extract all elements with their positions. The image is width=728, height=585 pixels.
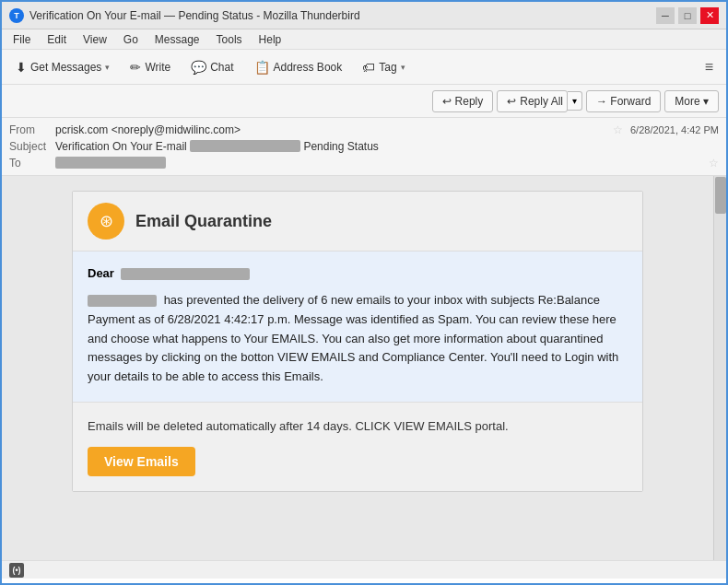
menu-message[interactable]: Message (147, 31, 207, 48)
footer-text: Emails will be deleted automatically aft… (88, 417, 628, 436)
sender-name-blurred (88, 295, 157, 307)
email-card: ⊛ Email Quarantine Dear has prevented th… (72, 191, 643, 492)
tag-arrow: ▾ (401, 63, 405, 72)
address-book-label: Address Book (274, 61, 343, 74)
minimize-button[interactable]: ─ (656, 7, 675, 24)
reply-label: Reply (455, 95, 484, 108)
reply-all-button[interactable]: ↩ Reply All (497, 90, 568, 112)
from-value: pcrisk.com <noreply@midwilinc.com> (55, 123, 609, 136)
from-row: From pcrisk.com <noreply@midwilinc.com> … (9, 122, 719, 138)
subject-status: Pending Status (303, 140, 378, 153)
more-button[interactable]: More ▾ (664, 90, 719, 112)
action-bar: ↩ Reply ↩ Reply All ▾ → Forward More ▾ (2, 85, 726, 118)
reply-all-icon: ↩ (507, 95, 516, 108)
menu-tools[interactable]: Tools (209, 31, 250, 48)
view-emails-button[interactable]: View Emails (88, 447, 195, 476)
forward-label: → Forward (596, 95, 651, 108)
chat-icon: 💬 (191, 60, 206, 75)
tag-label: Tag (379, 61, 396, 74)
subject-row: Subject Verification On Your E-mail Pend… (9, 138, 719, 155)
maximize-button[interactable]: □ (678, 7, 697, 24)
to-row: To ☆ (9, 155, 719, 171)
email-body: ⊛ Email Quarantine Dear has prevented th… (2, 176, 713, 560)
forward-button[interactable]: → Forward (586, 90, 661, 112)
subject-value: Verification On Your E-mail Pending Stat… (55, 140, 719, 153)
tag-icon: 🏷 (362, 60, 375, 75)
write-button[interactable]: ✏ Write (122, 55, 179, 79)
chat-button[interactable]: 💬 Chat (182, 55, 241, 79)
dear-label: Dear (88, 266, 114, 280)
subject-blurred (190, 140, 300, 152)
close-button[interactable]: ✕ (700, 7, 719, 24)
title-bar: T Verification On Your E-mail — Pending … (2, 2, 726, 29)
from-label: From (9, 123, 55, 136)
get-messages-button[interactable]: ⬇ Get Messages ▾ (7, 55, 118, 79)
menu-view[interactable]: View (76, 31, 114, 48)
menu-file[interactable]: File (6, 31, 38, 48)
from-star-icon[interactable]: ☆ (613, 123, 623, 136)
scrollbar[interactable] (713, 176, 726, 560)
scroll-thumb[interactable] (715, 177, 726, 214)
email-card-title: Email Quarantine (135, 212, 272, 231)
menu-go[interactable]: Go (116, 31, 146, 48)
to-value (55, 157, 705, 170)
reply-icon: ↩ (442, 95, 452, 108)
email-header: From pcrisk.com <noreply@midwilinc.com> … (2, 118, 726, 176)
to-label: To (9, 157, 55, 170)
main-toolbar: ⬇ Get Messages ▾ ✏ Write 💬 Chat 📋 Addres… (2, 50, 726, 85)
hamburger-menu[interactable]: ≡ (698, 55, 721, 79)
subject-label: Subject (9, 140, 55, 153)
email-card-body: Dear has prevented the delivery of 6 new… (73, 252, 642, 402)
get-messages-arrow: ▾ (105, 63, 110, 72)
quarantine-symbol: ⊛ (100, 211, 113, 231)
menu-edit[interactable]: Edit (40, 31, 74, 48)
email-content-area: ⊛ Email Quarantine Dear has prevented th… (2, 176, 726, 560)
email-body-text: has prevented the delivery of 6 new emai… (88, 293, 618, 383)
reply-all-arrow-button[interactable]: ▾ (568, 91, 582, 111)
write-icon: ✏ (130, 60, 141, 75)
address-book-button[interactable]: 📋 Address Book (246, 55, 351, 79)
chat-label: Chat (210, 61, 233, 74)
status-bar: (•) (2, 560, 726, 579)
reply-button[interactable]: ↩ Reply (432, 90, 494, 112)
window-title: Verification On Your E-mail — Pending St… (29, 9, 656, 22)
email-date: 6/28/2021, 4:42 PM (630, 124, 719, 135)
recipient-blurred (121, 268, 250, 280)
to-blurred (55, 157, 166, 169)
get-messages-label: Get Messages (30, 61, 101, 74)
get-messages-icon: ⬇ (16, 60, 27, 75)
tag-button[interactable]: 🏷 Tag ▾ (354, 55, 413, 79)
more-label: More ▾ (675, 95, 709, 108)
menu-help[interactable]: Help (252, 31, 289, 48)
email-card-footer: Emails will be deleted automatically aft… (73, 402, 642, 491)
status-symbol: (•) (12, 566, 20, 575)
address-book-icon: 📋 (254, 60, 270, 75)
menu-bar: File Edit View Go Message Tools Help (2, 29, 726, 50)
email-card-message: has prevented the delivery of 6 new emai… (88, 291, 628, 387)
subject-text: Verification On Your E-mail (55, 140, 190, 153)
status-icon: (•) (9, 563, 24, 578)
app-icon: T (9, 8, 24, 23)
quarantine-icon: ⊛ (88, 203, 124, 240)
write-label: Write (145, 61, 170, 74)
dear-line: Dear (88, 266, 628, 280)
email-card-header: ⊛ Email Quarantine (73, 192, 642, 252)
reply-all-label: Reply All (520, 95, 563, 108)
to-star-icon[interactable]: ☆ (709, 157, 719, 170)
window-controls: ─ □ ✕ (656, 7, 719, 24)
